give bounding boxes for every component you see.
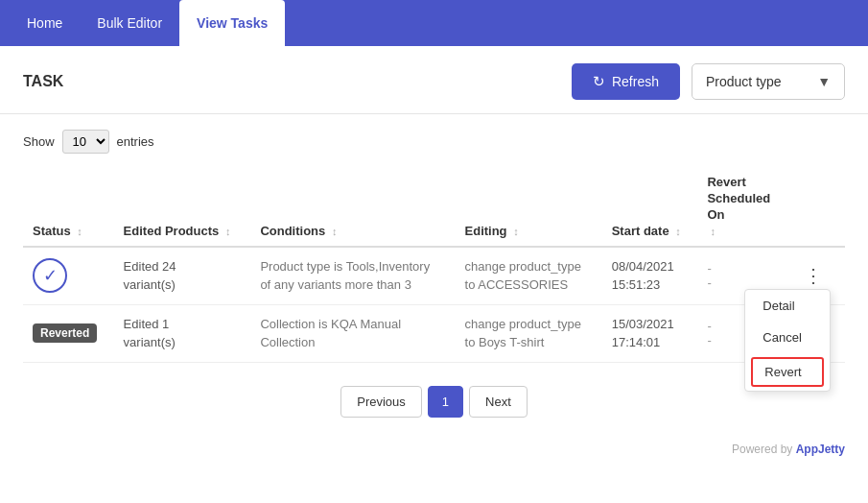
detail-menu-item[interactable]: Detail (745, 290, 830, 322)
page-title: TASK (23, 73, 63, 90)
table-row: ✓ Edited 24variant(s) Product type is To… (23, 247, 845, 305)
conditions-cell: Product type is Tools,Inventoryof any va… (250, 247, 455, 305)
editing-cell: change product_typeto Boys T-shirt (456, 304, 602, 362)
tasks-table: Status ↕ Edited Products ↕ Conditions ↕ … (23, 167, 845, 363)
chevron-down-icon: ▼ (817, 74, 831, 89)
status-cell: ✓ (23, 247, 114, 305)
footer: Powered by AppJetty (0, 433, 868, 466)
col-revert-scheduled: RevertScheduledOn ↕ (697, 167, 786, 247)
action-menu-wrapper: ⋮ Detail Cancel Revert (796, 262, 831, 289)
header-actions: ↻ Refresh Product type ▼ (572, 63, 845, 100)
status-reverted-badge: Reverted (33, 323, 97, 343)
previous-button[interactable]: Previous (340, 386, 422, 418)
col-actions (786, 167, 845, 247)
nav-bulk-editor[interactable]: Bulk Editor (80, 0, 179, 46)
pagination: Previous 1 Next (23, 386, 845, 418)
show-label: Show (23, 134, 55, 149)
table-row: Reverted Edited 1variant(s) Collection i… (23, 304, 845, 362)
sort-icon-status: ↕ (77, 226, 82, 237)
refresh-button[interactable]: ↻ Refresh (572, 63, 680, 100)
three-dots-button[interactable]: ⋮ (796, 262, 831, 289)
nav-home[interactable]: Home (10, 0, 80, 46)
status-cell: Reverted (23, 304, 114, 362)
edited-products-cell: Edited 1variant(s) (114, 304, 251, 362)
start-date-cell: 08/04/202115:51:23 (602, 247, 698, 305)
product-type-label: Product type (706, 74, 782, 89)
content-area: Show 10 25 50 entries Status ↕ Edited Pr… (0, 114, 868, 433)
entries-select[interactable]: 10 25 50 (62, 130, 109, 154)
sort-icon-edited: ↕ (225, 226, 231, 237)
start-date-cell: 15/03/202117:14:01 (602, 304, 698, 362)
page-header: TASK ↻ Refresh Product type ▼ (0, 46, 868, 114)
sort-icon-revert: ↕ (710, 226, 716, 237)
revert-menu-item[interactable]: Revert (751, 357, 824, 387)
actions-cell: ⋮ Detail Cancel Revert (786, 247, 845, 305)
col-start-date: Start date ↕ (602, 167, 698, 247)
sort-icon-editing: ↕ (513, 226, 519, 237)
product-type-dropdown[interactable]: Product type ▼ (692, 63, 845, 100)
col-status: Status ↕ (23, 167, 114, 247)
page-number-1[interactable]: 1 (428, 386, 463, 418)
navigation: Home Bulk Editor View Tasks (0, 0, 868, 46)
col-edited-products: Edited Products ↕ (114, 167, 251, 247)
col-editing: Editing ↕ (456, 167, 602, 247)
edited-products-cell: Edited 24variant(s) (114, 247, 251, 305)
entries-label: entries (117, 134, 154, 149)
refresh-icon: ↻ (593, 73, 605, 90)
cancel-menu-item[interactable]: Cancel (745, 322, 830, 353)
action-menu: Detail Cancel Revert (744, 289, 831, 392)
status-check-icon: ✓ (33, 258, 67, 293)
nav-view-tasks[interactable]: View Tasks (179, 0, 285, 46)
conditions-cell: Collection is KQA ManualCollection (250, 304, 455, 362)
next-button[interactable]: Next (469, 386, 528, 418)
refresh-label: Refresh (612, 74, 659, 89)
editing-cell: change product_typeto ACCESSORIES (456, 247, 602, 305)
show-entries-row: Show 10 25 50 entries (23, 130, 845, 154)
brand-name: AppJetty (796, 443, 845, 456)
powered-by-text: Powered by (732, 443, 796, 456)
sort-icon-conditions: ↕ (332, 226, 338, 237)
col-conditions: Conditions ↕ (250, 167, 455, 247)
sort-icon-start-date: ↕ (675, 226, 681, 237)
